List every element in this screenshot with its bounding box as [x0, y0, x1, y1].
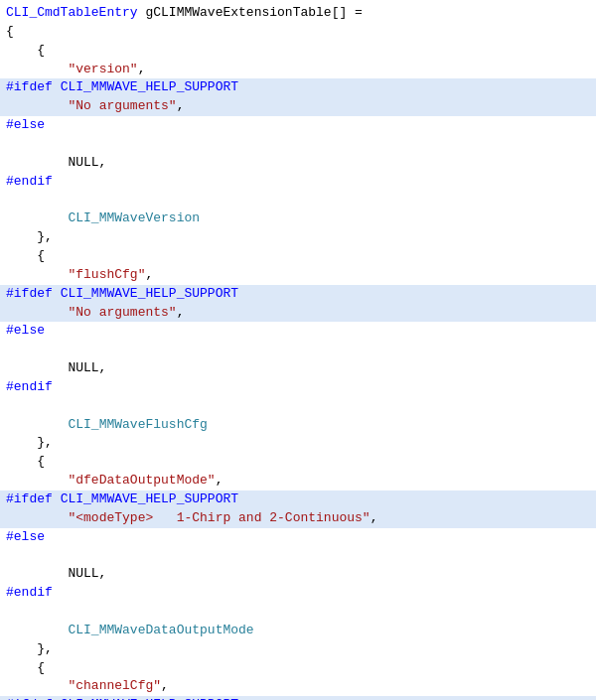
line-content: "No arguments",: [0, 97, 596, 116]
line-item: "dfeDataOutputMode",: [0, 472, 596, 490]
line-item: "No arguments",: [0, 304, 596, 323]
line-content: {: [0, 23, 596, 42]
line-item: NULL,: [0, 359, 596, 378]
line-item: #else: [0, 116, 596, 135]
line-content: [0, 191, 596, 210]
line-content: NULL,: [0, 154, 596, 173]
line-content: #endif: [0, 378, 596, 397]
line-content: #ifdef CLI_MMWAVE_HELP_SUPPORT: [0, 285, 596, 304]
line-content: [0, 546, 596, 565]
line-item: #endif: [0, 378, 596, 397]
line-content: CLI_CmdTableEntry gCLIMMWaveExtensionTab…: [0, 4, 596, 23]
line-content: #else: [0, 116, 596, 135]
line-item: {: [0, 247, 596, 266]
line-item: "version",: [0, 61, 596, 79]
line-item: },: [0, 228, 596, 247]
line-item: #else: [0, 528, 596, 547]
line-item: #ifdef CLI_MMWAVE_HELP_SUPPORT: [0, 285, 596, 304]
line-item: },: [0, 434, 596, 453]
line-item: [0, 397, 596, 416]
line-content: #ifdef CLI_MMWAVE_HELP_SUPPORT: [0, 696, 596, 700]
line-item: "channelCfg",: [0, 677, 596, 696]
line-item: {: [0, 659, 596, 678]
line-item: CLI_MMWaveVersion: [0, 210, 596, 228]
line-content: #ifdef CLI_MMWAVE_HELP_SUPPORT: [0, 490, 596, 509]
line-content: #else: [0, 528, 596, 547]
line-content: [0, 341, 596, 359]
line-content: [0, 603, 596, 622]
line-item: CLI_MMWaveFlushCfg: [0, 416, 596, 435]
line-content: CLI_MMWaveFlushCfg: [0, 416, 596, 435]
line-item: [0, 341, 596, 359]
line-content: "<modeType> 1-Chirp and 2-Continuous",: [0, 509, 596, 528]
line-item: #endif: [0, 584, 596, 603]
code-editor[interactable]: CLI_CmdTableEntry gCLIMMWaveExtensionTab…: [0, 0, 596, 700]
line-content: NULL,: [0, 565, 596, 584]
line-item: #ifdef CLI_MMWAVE_HELP_SUPPORT: [0, 490, 596, 509]
line-content: "channelCfg",: [0, 677, 596, 696]
line-item: CLI_CmdTableEntry gCLIMMWaveExtensionTab…: [0, 4, 596, 23]
line-item: [0, 603, 596, 622]
line-content: NULL,: [0, 359, 596, 378]
line-item: {: [0, 42, 596, 61]
line-content: CLI_MMWaveVersion: [0, 210, 596, 228]
line-content: },: [0, 640, 596, 659]
line-item: "No arguments",: [0, 97, 596, 116]
line-content: "dfeDataOutputMode",: [0, 472, 596, 490]
line-item: "<modeType> 1-Chirp and 2-Continuous",: [0, 509, 596, 528]
line-content: "version",: [0, 61, 596, 79]
line-content: [0, 135, 596, 154]
line-item: [0, 546, 596, 565]
line-content: #ifdef CLI_MMWAVE_HELP_SUPPORT: [0, 78, 596, 97]
line-content: "flushCfg",: [0, 266, 596, 285]
line-item: #ifdef CLI_MMWAVE_HELP_SUPPORT: [0, 696, 596, 700]
line-item: },: [0, 640, 596, 659]
line-content: #endif: [0, 584, 596, 603]
line-item: #ifdef CLI_MMWAVE_HELP_SUPPORT: [0, 78, 596, 97]
line-content: {: [0, 659, 596, 678]
line-content: CLI_MMWaveDataOutputMode: [0, 622, 596, 640]
line-item: {: [0, 453, 596, 472]
line-item: [0, 135, 596, 154]
line-content: #endif: [0, 173, 596, 192]
line-item: [0, 191, 596, 210]
line-content: },: [0, 434, 596, 453]
line-item: #else: [0, 322, 596, 341]
line-item: CLI_MMWaveDataOutputMode: [0, 622, 596, 640]
line-content: {: [0, 42, 596, 61]
line-item: "flushCfg",: [0, 266, 596, 285]
line-content: [0, 397, 596, 416]
line-item: NULL,: [0, 565, 596, 584]
line-content: #else: [0, 322, 596, 341]
line-content: },: [0, 228, 596, 247]
line-item: #endif: [0, 173, 596, 192]
line-content: {: [0, 247, 596, 266]
line-content: "No arguments",: [0, 304, 596, 323]
line-content: {: [0, 453, 596, 472]
line-item: NULL,: [0, 154, 596, 173]
line-item: {: [0, 23, 596, 42]
